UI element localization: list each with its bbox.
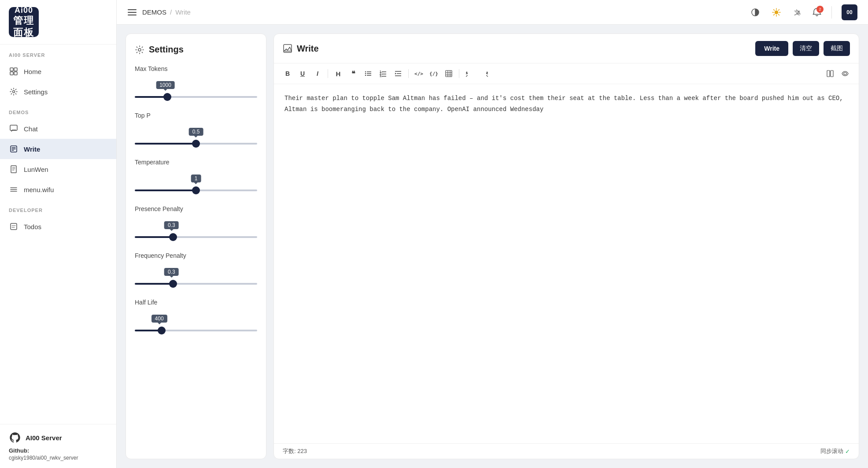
- half-life-slider[interactable]: [135, 330, 257, 331]
- frequency-penalty-label: Frequency Penalty: [135, 252, 257, 259]
- toolbar-sep-2: [408, 69, 409, 78]
- sidebar-footer: AI00 Server Github: cgisky1980/ai00_rwkv…: [0, 424, 116, 468]
- svg-line-29: [774, 9, 775, 10]
- word-count-value: 223: [297, 448, 307, 454]
- frequency-penalty-slider[interactable]: [135, 283, 257, 285]
- github-server-title: AI00 Server: [26, 434, 62, 442]
- underline-button[interactable]: U: [296, 67, 309, 80]
- redo-button[interactable]: [478, 67, 491, 80]
- notification-button[interactable]: 2: [812, 7, 822, 17]
- sync-scroll[interactable]: 同步滚动 ✓: [820, 447, 850, 455]
- sync-check-icon: ✓: [845, 448, 850, 455]
- code-block-button[interactable]: </>: [412, 67, 425, 80]
- svg-point-4: [13, 91, 15, 93]
- write-panel-header: Write Write 清空 截图: [274, 34, 859, 63]
- svg-rect-1: [14, 68, 17, 71]
- editor-content[interactable]: Their master plan to topple Sam Altman h…: [274, 84, 859, 443]
- github-icon: [9, 431, 21, 444]
- bold-button[interactable]: B: [281, 67, 294, 80]
- svg-rect-10: [11, 166, 16, 173]
- content-area: Settings Max Tokens 1000 Top P 0.5: [117, 25, 868, 468]
- section-label-demos: DEMOS: [0, 102, 116, 119]
- word-count: 字数: 223: [283, 447, 307, 455]
- svg-rect-57: [827, 71, 830, 77]
- italic-button[interactable]: I: [311, 67, 324, 80]
- half-life-label: Half Life: [135, 299, 257, 306]
- avatar-button[interactable]: 00: [842, 4, 857, 20]
- settings-panel-header: Settings: [135, 45, 257, 55]
- sidebar-item-lunwen[interactable]: LunWen: [0, 159, 116, 179]
- table-button[interactable]: [442, 67, 455, 80]
- sync-scroll-label: 同步滚动: [820, 447, 843, 455]
- write-panel-title: Write: [297, 44, 319, 54]
- sidebar-item-home[interactable]: Home: [0, 61, 116, 82]
- top-p-group: Top P 0.5: [135, 112, 257, 146]
- sidebar-item-settings[interactable]: Settings: [0, 82, 116, 102]
- presence-penalty-group: Presence Penalty 0.3: [135, 205, 257, 240]
- sidebar-item-chat[interactable]: Chat: [0, 119, 116, 139]
- indent-button[interactable]: [392, 67, 405, 80]
- sidebar-item-menu-wifu[interactable]: menu.wifu: [0, 179, 116, 200]
- temperature-slider[interactable]: [135, 189, 257, 191]
- menu-toggle-button[interactable]: [127, 7, 137, 17]
- svg-rect-58: [831, 71, 833, 77]
- toolbar-sep-1: [328, 69, 328, 78]
- topbar-divider: [831, 6, 832, 19]
- max-tokens-container: 1000: [135, 81, 257, 100]
- temperature-bubble: 1: [191, 175, 201, 182]
- notification-count: 2: [816, 6, 824, 13]
- ordered-list-button[interactable]: 1. 2. 3.: [377, 67, 390, 80]
- logo-box: Ai00 管理面板: [9, 7, 39, 37]
- presence-penalty-container: 0.3: [135, 221, 257, 240]
- view-split-button[interactable]: [824, 67, 837, 80]
- write-button[interactable]: Write: [755, 41, 788, 56]
- write-panel: Write Write 清空 截图 B U I H ❝: [273, 33, 859, 459]
- view-preview-button[interactable]: [838, 67, 852, 80]
- svg-rect-0: [10, 68, 13, 71]
- sidebar-item-todos-label: Todos: [24, 223, 41, 230]
- half-life-bubble: 400: [151, 315, 167, 323]
- frequency-penalty-container: 0.3: [135, 268, 257, 286]
- sidebar-item-write[interactable]: Write: [0, 139, 116, 159]
- top-p-slider[interactable]: [135, 143, 257, 145]
- heading-button[interactable]: H: [332, 67, 345, 80]
- screenshot-button[interactable]: 截图: [824, 41, 850, 56]
- topbar: DEMOS / Write: [117, 0, 868, 25]
- undo-button[interactable]: [463, 67, 476, 80]
- write-panel-footer: 字数: 223 同步滚动 ✓: [274, 443, 859, 459]
- write-icon: [9, 144, 18, 154]
- presence-penalty-slider[interactable]: [135, 236, 257, 238]
- todo-icon: [9, 222, 18, 231]
- github-link: cgisky1980/ai00_rwkv_server: [9, 455, 107, 461]
- svg-text:3.: 3.: [380, 74, 382, 77]
- temperature-container: 1: [135, 175, 257, 193]
- bullet-list-button[interactable]: [362, 67, 375, 80]
- section-label-server: AI00 SERVER: [0, 45, 116, 61]
- clear-button[interactable]: 清空: [793, 41, 819, 56]
- quote-button[interactable]: ❝: [347, 67, 360, 80]
- max-tokens-label: Max Tokens: [135, 65, 257, 72]
- max-tokens-slider[interactable]: [135, 96, 257, 98]
- write-title-area: Write: [283, 44, 750, 54]
- sidebar-item-chat-label: Chat: [24, 125, 38, 133]
- section-label-developer: DEVELOPER: [0, 200, 116, 216]
- inline-code-button[interactable]: {/}: [427, 67, 440, 80]
- svg-rect-52: [446, 71, 452, 77]
- breadcrumb-link[interactable]: DEMOS: [142, 8, 166, 16]
- contrast-icon-button[interactable]: [749, 6, 762, 19]
- breadcrumb-current: Write: [175, 8, 191, 16]
- doc-icon: [9, 164, 18, 174]
- svg-text:A: A: [798, 11, 801, 15]
- sidebar-item-todos[interactable]: Todos: [0, 216, 116, 237]
- editor-toolbar: B U I H ❝: [274, 63, 859, 84]
- top-p-bubble: 0.5: [189, 128, 203, 136]
- svg-line-31: [778, 9, 779, 10]
- frequency-penalty-bubble: 0.3: [164, 268, 179, 276]
- top-p-container: 0.5: [135, 128, 257, 146]
- sidebar-item-menu-wifu-label: menu.wifu: [24, 186, 54, 193]
- brightness-icon-button[interactable]: [770, 6, 783, 19]
- svg-point-59: [844, 72, 846, 75]
- translate-icon-button[interactable]: 文 A: [791, 6, 804, 19]
- frequency-penalty-group: Frequency Penalty 0.3: [135, 252, 257, 286]
- half-life-group: Half Life 400: [135, 299, 257, 333]
